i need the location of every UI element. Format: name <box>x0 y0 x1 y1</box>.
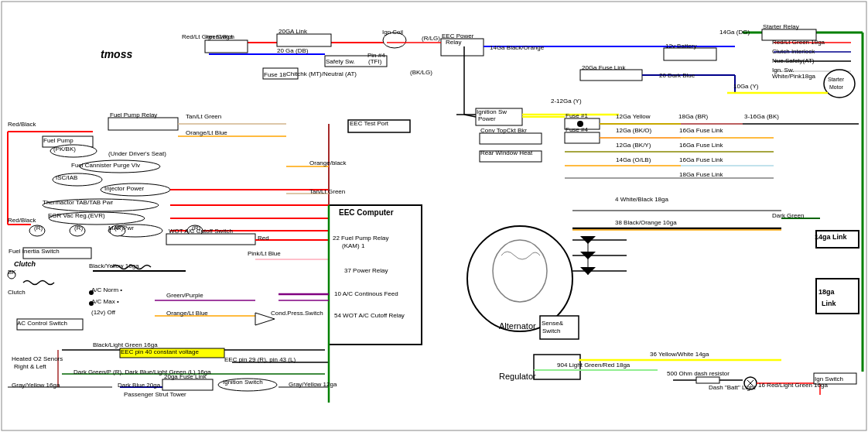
svg-text:Cond.Press.Switch: Cond.Press.Switch <box>271 310 323 317</box>
svg-text:12v Battery: 12v Battery <box>665 43 696 50</box>
svg-text:(R/LG): (R/LG) <box>422 35 440 42</box>
wiring-diagram: Starter Motor <box>0 0 868 432</box>
svg-text:10 A/C Continous Feed: 10 A/C Continous Feed <box>334 290 398 297</box>
svg-text:Rear Window Heat: Rear Window Heat <box>480 149 533 156</box>
svg-text:Motor: Motor <box>829 84 844 90</box>
svg-text:tmoss: tmoss <box>101 48 132 60</box>
svg-text:Fuse #1: Fuse #1 <box>566 112 588 119</box>
svg-text:Starter Relay: Starter Relay <box>763 23 799 30</box>
svg-text:Fuel Cannister Purge Vlv: Fuel Cannister Purge Vlv <box>71 162 140 169</box>
svg-text:A/C Max •: A/C Max • <box>91 298 119 305</box>
svg-text:18Ga Fuse Link: 18Ga Fuse Link <box>679 171 723 178</box>
svg-text:EGR Vac Reg.(EVR): EGR Vac Reg.(EVR) <box>48 212 105 219</box>
svg-text:Orange/Lt Blue: Orange/Lt Blue <box>166 310 208 317</box>
svg-text:18Ga (BR): 18Ga (BR) <box>678 113 709 120</box>
svg-text:4 White/Black 18ga: 4 White/Black 18ga <box>615 196 668 203</box>
svg-text:(Under Driver's Seat): (Under Driver's Seat) <box>108 150 166 157</box>
svg-text:Relay: Relay <box>446 39 461 46</box>
svg-text:(TFI): (TFI) <box>368 58 382 65</box>
svg-text:Orange/black: Orange/black <box>309 159 347 166</box>
svg-text:Pink/Lt Blue: Pink/Lt Blue <box>248 250 281 257</box>
svg-text:WOT A/C Cutoff Switch: WOT A/C Cutoff Switch <box>169 228 233 235</box>
svg-text:Chitchk (MT)/Neutral (AT): Chitchk (MT)/Neutral (AT) <box>286 70 357 77</box>
svg-text:Red/Lt Green 18ga: Red/Lt Green 18ga <box>772 39 825 46</box>
svg-text:Green/Purple: Green/Purple <box>166 292 203 299</box>
svg-text:Right & Left: Right & Left <box>14 363 47 370</box>
svg-text:Ign Coil: Ign Coil <box>382 29 403 36</box>
svg-text:Fuel Pump: Fuel Pump <box>43 137 73 144</box>
svg-rect-4 <box>277 34 331 46</box>
svg-rect-48 <box>108 118 178 130</box>
svg-text:Switch: Switch <box>542 327 561 334</box>
svg-text:Alternator: Alternator <box>499 321 536 331</box>
svg-text:54 WOT A/C Cutoff Relay: 54 WOT A/C Cutoff Relay <box>334 312 405 319</box>
svg-text:Black/Light Green 16ga: Black/Light Green 16ga <box>93 341 158 348</box>
svg-text:20ga Fuse Link: 20ga Fuse Link <box>164 373 207 380</box>
svg-text:Heated O2 Senors: Heated O2 Senors <box>12 355 63 362</box>
svg-text:Passenger Strut Tower: Passenger Strut Tower <box>124 391 186 398</box>
svg-text:(R): (R) <box>74 225 83 231</box>
svg-rect-6 <box>205 40 248 53</box>
svg-text:16Ga Fuse Link: 16Ga Fuse Link <box>679 142 723 149</box>
svg-text:Dark Blue 20ga: Dark Blue 20ga <box>118 382 161 389</box>
svg-rect-13 <box>664 48 716 60</box>
svg-text:Fuse #4: Fuse #4 <box>566 126 588 133</box>
svg-text:38 Black/Orange 10ga: 38 Black/Orange 10ga <box>615 219 677 226</box>
svg-rect-96 <box>816 279 859 314</box>
svg-text:Regulator: Regulator <box>499 372 536 381</box>
svg-text:20 Dark Blue: 20 Dark Blue <box>659 72 695 79</box>
svg-text:Ignition Switch: Ignition Switch <box>223 379 263 386</box>
svg-rect-101 <box>696 377 719 383</box>
svg-text:2-12Ga (Y): 2-12Ga (Y) <box>551 98 582 105</box>
svg-text:37 Power Relay: 37 Power Relay <box>344 267 388 274</box>
svg-text:36 Yellow/White 14ga: 36 Yellow/White 14ga <box>650 351 709 358</box>
svg-text:Fuel Pump Relay: Fuel Pump Relay <box>110 111 157 118</box>
svg-text:EEC pin 40 constant voltage: EEC pin 40 constant voltage <box>121 348 200 355</box>
svg-text:(KAM) 1: (KAM) 1 <box>342 242 365 249</box>
svg-text:Injector Power: Injector Power <box>104 185 144 192</box>
diagram-svg: Starter Motor <box>0 0 868 432</box>
svg-text:Tan/Lt Green: Tan/Lt Green <box>309 188 345 195</box>
svg-text:Red: Red <box>258 235 269 242</box>
svg-text:Red/Lt Green18ga: Red/Lt Green18ga <box>182 33 233 40</box>
svg-text:16Ga Fuse Link: 16Ga Fuse Link <box>679 156 723 163</box>
svg-text:Red/Black: Red/Black <box>8 121 36 128</box>
svg-text:A/C Norm •: A/C Norm • <box>91 286 122 293</box>
svg-text:Gray/Yellow 12ga: Gray/Yellow 12ga <box>289 381 337 388</box>
svg-text:EEC pin 29 (R), pin 43 (L): EEC pin 29 (R), pin 43 (L) <box>224 356 296 363</box>
svg-rect-74 <box>27 286 58 296</box>
svg-rect-116 <box>162 379 213 390</box>
svg-text:500 Ohm dash resistor: 500 Ohm dash resistor <box>667 370 730 377</box>
svg-text:(12v) Off: (12v) Off <box>91 309 116 316</box>
svg-text:20Ga Fuse Link: 20Ga Fuse Link <box>582 64 626 71</box>
svg-rect-56 <box>329 205 422 345</box>
svg-text:Thermactor TAB/TAB Pwr: Thermactor TAB/TAB Pwr <box>43 199 113 206</box>
svg-text:AC Control Switch: AC Control Switch <box>17 320 67 327</box>
svg-text:Conv TopCkt Bkr: Conv TopCkt Bkr <box>480 127 527 134</box>
svg-text:BK: BK <box>8 269 16 276</box>
svg-rect-14 <box>580 70 642 81</box>
svg-text:(PK/BK): (PK/BK) <box>53 146 76 153</box>
svg-text:Gray/Yellow 16ga: Gray/Yellow 16ga <box>12 382 60 389</box>
svg-text:12Ga (BK/O): 12Ga (BK/O) <box>616 127 652 134</box>
svg-text:EEC Test Port: EEC Test Port <box>350 120 389 127</box>
svg-point-24 <box>824 70 855 98</box>
svg-text:12Ga (BK/Y): 12Ga (BK/Y) <box>616 142 651 149</box>
svg-text:Safety Sw.: Safety Sw. <box>326 58 355 65</box>
svg-text:Link: Link <box>822 300 836 307</box>
svg-text:(BK/LG): (BK/LG) <box>410 69 432 76</box>
svg-text:Dark Green: Dark Green <box>772 212 804 219</box>
svg-text:Clutch: Clutch <box>8 289 26 296</box>
svg-text:Clutch: Clutch <box>14 260 36 268</box>
svg-text:Dash "Batt" Light: Dash "Batt" Light <box>709 384 756 391</box>
svg-text:14Ga (DG): 14Ga (DG) <box>719 29 750 36</box>
svg-text:14Ga (O/LB): 14Ga (O/LB) <box>616 156 651 163</box>
svg-text:(R): (R) <box>114 225 123 231</box>
svg-text:20 Ga (DB): 20 Ga (DB) <box>277 47 309 54</box>
svg-text:Ign Switch: Ign Switch <box>815 375 843 382</box>
svg-text:20GA Link: 20GA Link <box>279 28 308 35</box>
svg-text:Starter: Starter <box>828 77 845 82</box>
svg-rect-36 <box>565 132 600 143</box>
svg-text:(R): (R) <box>34 225 43 231</box>
svg-rect-68 <box>166 234 255 245</box>
